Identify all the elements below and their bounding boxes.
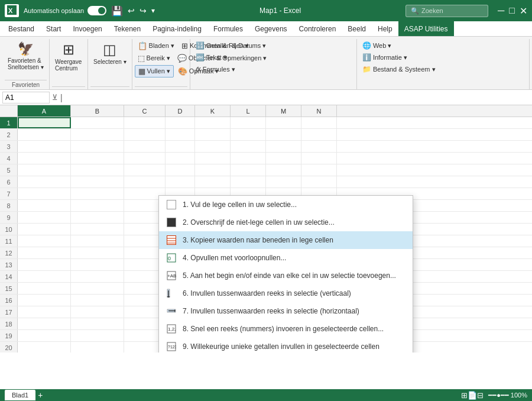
col-header-m[interactable]: M	[266, 105, 301, 117]
cell[interactable]	[166, 129, 195, 140]
col-header-c[interactable]: C	[124, 105, 166, 117]
cell[interactable]	[71, 141, 124, 152]
minimize-icon[interactable]: ─	[498, 5, 504, 16]
menu-bestand[interactable]: Bestand	[2, 21, 40, 36]
redo-icon[interactable]: ↪	[140, 6, 147, 15]
cell[interactable]	[266, 176, 301, 187]
cell[interactable]	[166, 176, 195, 187]
cell[interactable]	[195, 176, 231, 187]
menu-formules[interactable]: Formules	[207, 21, 249, 36]
cell[interactable]	[18, 318, 71, 329]
col-header-l[interactable]: L	[231, 105, 266, 117]
save-icon[interactable]: 💾	[111, 5, 123, 17]
cell[interactable]	[231, 141, 266, 152]
cell[interactable]	[231, 129, 266, 140]
favoriten-button[interactable]: 🦅 Favorieten &Sneltoetsen ▾	[5, 40, 47, 72]
cell[interactable]	[71, 259, 124, 270]
cell[interactable]	[195, 117, 231, 128]
cell[interactable]	[71, 271, 124, 282]
cell[interactable]	[18, 212, 71, 223]
menu-pagina[interactable]: Pagina-indeling	[147, 21, 207, 36]
cell[interactable]	[71, 176, 124, 187]
cell[interactable]	[301, 176, 337, 187]
menu-invoegen[interactable]: Invoegen	[67, 21, 108, 36]
cell[interactable]	[71, 330, 124, 341]
cell[interactable]	[71, 295, 124, 306]
cell[interactable]	[18, 283, 71, 294]
cell[interactable]	[71, 164, 124, 176]
col-header-k[interactable]: K	[195, 105, 231, 117]
dropdown-item-8[interactable]: 1,2,38. Snel een reeks (nummers) invoere…	[159, 320, 413, 338]
cell[interactable]	[124, 129, 166, 140]
web-btn[interactable]: 🌐 Web ▾	[359, 40, 394, 51]
cell[interactable]	[166, 141, 195, 152]
cell[interactable]	[71, 224, 124, 235]
dropdown-item-6[interactable]: 6. Invullen tussenwaarden reeks in selec…	[159, 284, 413, 302]
menu-gegevens[interactable]: Gegevens	[249, 21, 293, 36]
cell[interactable]	[124, 176, 166, 187]
cell[interactable]	[301, 153, 337, 164]
cell[interactable]	[71, 247, 124, 258]
cell[interactable]	[195, 129, 231, 140]
formula-expand-icon[interactable]: ⊻	[52, 93, 58, 102]
cell[interactable]	[71, 283, 124, 294]
selecteren-button[interactable]: ◫ Selecteren ▾	[90, 40, 129, 66]
bestand-sys-btn[interactable]: 📁 Bestand & Systeem ▾	[359, 64, 439, 75]
cell[interactable]	[18, 271, 71, 282]
cell[interactable]	[71, 129, 124, 140]
dropdown-item-2[interactable]: 2. Overschrijf de niet-lege cellen in uw…	[159, 214, 413, 231]
cell[interactable]	[266, 141, 301, 152]
cell[interactable]	[301, 141, 337, 152]
search-box[interactable]: 🔍 Zoeken	[406, 5, 488, 17]
cell[interactable]	[18, 235, 71, 247]
weergave-button[interactable]: ⊞ WeergaveCentrum	[52, 40, 85, 73]
cell[interactable]	[195, 164, 231, 176]
cell[interactable]	[71, 212, 124, 223]
quick-access-more[interactable]: ▾	[151, 7, 155, 15]
cell[interactable]	[231, 164, 266, 176]
cell[interactable]	[18, 224, 71, 235]
cell[interactable]	[266, 164, 301, 176]
dropdown-item-1[interactable]: 1. Vul de lege cellen in uw selectie...	[159, 196, 413, 214]
cell[interactable]	[301, 117, 337, 128]
cell[interactable]	[231, 176, 266, 187]
dropdown-item-9[interactable]: ?1239. Willekeurige unieke getallen invu…	[159, 338, 413, 353]
col-header-d[interactable]: D	[166, 105, 195, 117]
dropdown-item-5[interactable]: +AB5. Aan het begin en/of einde van elke…	[159, 267, 413, 284]
dropdown-item-7[interactable]: 7. Invullen tussenwaarden reeks in selec…	[159, 302, 413, 320]
cell[interactable]	[301, 164, 337, 176]
autosave-toggle[interactable]	[87, 6, 106, 15]
cell[interactable]	[18, 200, 71, 211]
cell[interactable]	[71, 342, 124, 353]
menu-help[interactable]: Help	[372, 21, 398, 36]
col-header-b[interactable]: B	[71, 105, 124, 117]
cell[interactable]	[18, 129, 71, 140]
undo-icon[interactable]: ↩	[128, 6, 135, 15]
cell[interactable]	[231, 117, 266, 128]
cell[interactable]	[301, 129, 337, 140]
cell[interactable]	[71, 188, 124, 199]
cell[interactable]	[124, 153, 166, 164]
cell-reference[interactable]	[2, 92, 50, 104]
cell[interactable]	[18, 188, 71, 199]
cell[interactable]	[266, 153, 301, 164]
cell[interactable]	[266, 129, 301, 140]
cell[interactable]	[166, 164, 195, 176]
col-header-a[interactable]: A	[18, 105, 71, 117]
cell[interactable]	[18, 342, 71, 353]
cell[interactable]	[71, 200, 124, 211]
menu-controleren[interactable]: Controleren	[293, 21, 342, 36]
cell[interactable]	[124, 164, 166, 176]
cell[interactable]	[231, 153, 266, 164]
cell[interactable]	[71, 318, 124, 329]
dropdown-item-4[interactable]: 04. Opvullen met voorloopnullen...	[159, 249, 413, 267]
cell[interactable]	[18, 176, 71, 187]
bladen-btn[interactable]: 📋 Bladen ▾	[135, 40, 177, 51]
cell[interactable]	[18, 306, 71, 318]
cell[interactable]	[18, 117, 71, 128]
cell[interactable]	[266, 117, 301, 128]
menu-asap[interactable]: ASAP Utilities	[398, 21, 454, 36]
col-header-n[interactable]: N	[301, 105, 337, 117]
menu-tekenen[interactable]: Tekenen	[108, 21, 147, 36]
cell[interactable]	[71, 153, 124, 164]
